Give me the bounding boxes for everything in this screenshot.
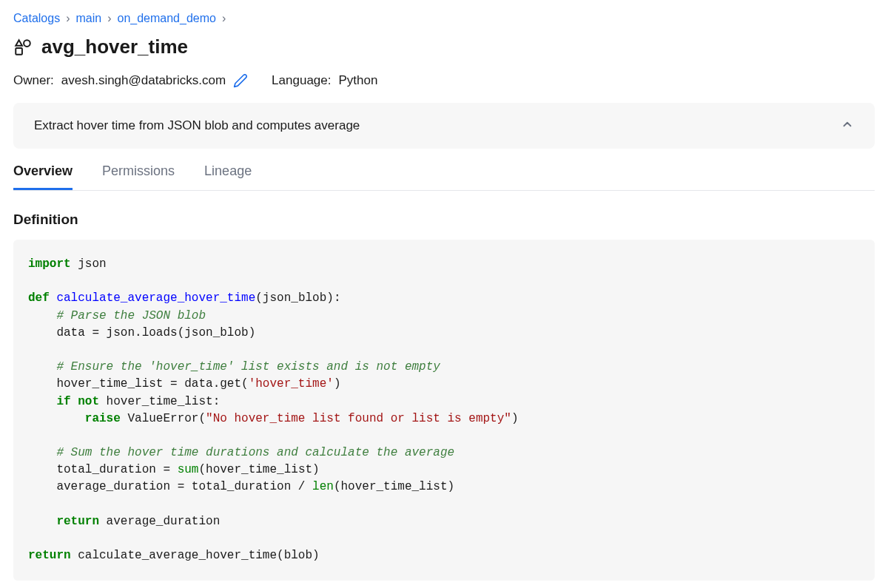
code-kw: return: [28, 515, 99, 528]
code-text: ValueError(: [121, 412, 206, 425]
description-text: Extract hover time from JSON blob and co…: [34, 118, 360, 133]
code-block: import json def calculate_average_hover_…: [13, 240, 875, 581]
language-meta: Language: Python: [272, 73, 377, 88]
owner-value: avesh.singh@databricks.com: [61, 73, 226, 88]
breadcrumb-sep: ›: [222, 12, 226, 25]
code-comment: # Sum the hover time durations and calcu…: [28, 446, 454, 459]
code-text: average_duration: [99, 515, 220, 528]
code-builtin: len: [312, 480, 334, 493]
code-text: calculate_average_hover_time(blob): [71, 549, 320, 562]
meta-row: Owner: avesh.singh@databricks.com Langua…: [13, 73, 875, 88]
code-text: total_duration =: [28, 463, 178, 476]
code-text: (hover_time_list): [334, 480, 454, 493]
code-text: ): [334, 377, 341, 391]
breadcrumb: Catalogs › main › on_demand_demo ›: [13, 12, 875, 25]
chevron-up-icon: [841, 118, 854, 134]
edit-owner-icon[interactable]: [233, 73, 248, 88]
code-text: hover_time_list:: [99, 395, 220, 408]
code-kw: raise: [28, 412, 121, 425]
code-text: (json_blob):: [255, 291, 340, 305]
description-expander[interactable]: Extract hover time from JSON blob and co…: [13, 103, 875, 149]
code-fn: calculate_average_hover_time: [50, 291, 255, 305]
code-comment: # Ensure the 'hover_time' list exists an…: [28, 360, 440, 374]
tab-permissions[interactable]: Permissions: [102, 163, 175, 190]
breadcrumb-catalogs[interactable]: Catalogs: [13, 12, 60, 25]
code-string: 'hover_time': [249, 377, 334, 391]
breadcrumb-sep: ›: [107, 12, 111, 25]
page-title: avg_hover_time: [41, 36, 188, 58]
breadcrumb-schema[interactable]: on_demand_demo: [118, 12, 216, 25]
code-kw: import: [28, 257, 71, 271]
code-kw: return: [28, 549, 71, 562]
language-value: Python: [338, 73, 377, 88]
code-comment: # Parse the JSON blob: [28, 309, 206, 322]
code-text: data = json.loads(json_blob): [28, 326, 255, 339]
breadcrumb-main[interactable]: main: [75, 12, 101, 25]
tab-lineage[interactable]: Lineage: [204, 163, 252, 190]
code-string: "No hover_time list found or list is emp…: [206, 412, 511, 425]
code-text: (hover_time_list): [198, 463, 319, 476]
language-label: Language:: [272, 73, 331, 88]
code-builtin: sum: [178, 463, 199, 476]
code-text: hover_time_list = data.get(: [28, 377, 249, 391]
code-kw: def: [28, 291, 50, 305]
title-row: avg_hover_time: [13, 36, 875, 58]
function-icon: [13, 38, 33, 57]
code-text: average_duration = total_duration /: [28, 480, 312, 493]
tabs: Overview Permissions Lineage: [13, 163, 875, 191]
owner-label: Owner:: [13, 73, 54, 88]
svg-rect-0: [16, 48, 22, 55]
code-text: ): [511, 412, 519, 425]
code-text: json: [71, 257, 107, 271]
breadcrumb-sep: ›: [66, 12, 70, 25]
owner-meta: Owner: avesh.singh@databricks.com: [13, 73, 248, 88]
tab-overview[interactable]: Overview: [13, 163, 73, 190]
svg-point-1: [24, 40, 30, 47]
code-kw: if not: [28, 395, 99, 408]
definition-heading: Definition: [13, 212, 875, 228]
